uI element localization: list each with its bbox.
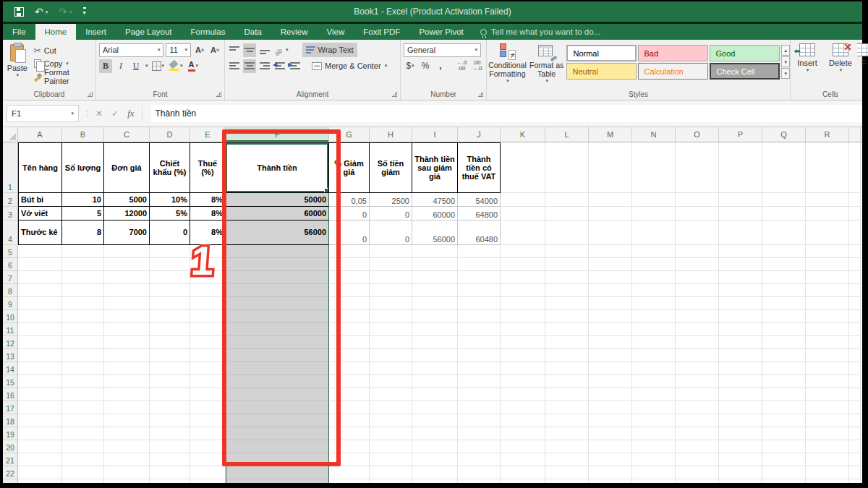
cell-I22[interactable]	[412, 466, 458, 479]
cell-H20[interactable]	[370, 440, 412, 453]
cell-R22[interactable]	[806, 466, 849, 479]
ribbon-tab-review[interactable]: Review	[271, 24, 318, 40]
cell-D12[interactable]	[150, 336, 190, 349]
cell-Q2[interactable]	[762, 193, 806, 207]
cell-C4[interactable]: 7000	[104, 221, 150, 245]
cell-D8[interactable]	[150, 284, 190, 297]
align-bottom-button[interactable]	[258, 43, 271, 57]
cell-x12[interactable]	[849, 336, 861, 349]
cell-M23[interactable]	[589, 479, 632, 483]
style-chip-calculation[interactable]: Calculation	[638, 63, 708, 80]
cell-E10[interactable]	[190, 310, 226, 323]
cell-A17[interactable]	[18, 401, 62, 414]
cell-C19[interactable]	[104, 427, 150, 440]
cell-P11[interactable]	[719, 323, 762, 336]
cell-x10[interactable]	[849, 310, 861, 323]
cell-O11[interactable]	[676, 323, 719, 336]
cell-O4[interactable]	[676, 221, 719, 245]
cell-K18[interactable]	[501, 414, 545, 427]
cell-F16[interactable]	[226, 388, 329, 401]
cell-D10[interactable]	[150, 310, 190, 323]
cell-Q17[interactable]	[762, 401, 806, 414]
cell-R18[interactable]	[806, 414, 849, 427]
column-header-G[interactable]: G	[329, 127, 370, 142]
fill-color-button[interactable]: ▾	[168, 59, 184, 73]
cell-D11[interactable]	[150, 323, 190, 336]
cell-R7[interactable]	[806, 271, 849, 284]
cell-H19[interactable]	[370, 427, 412, 440]
cell-I13[interactable]	[412, 349, 458, 362]
clipboard-dialog-launcher-icon[interactable]	[88, 92, 93, 97]
cell-Q11[interactable]	[762, 323, 806, 336]
cell-M17[interactable]	[589, 401, 632, 414]
cell-x15[interactable]	[849, 375, 861, 388]
column-header-F[interactable]: F	[226, 127, 329, 142]
cell-B16[interactable]	[62, 388, 104, 401]
cell-B8[interactable]	[62, 284, 104, 297]
cell-C15[interactable]	[104, 375, 150, 388]
cell-Q8[interactable]	[762, 284, 806, 297]
cell-H5[interactable]	[370, 245, 412, 258]
cell-D6[interactable]	[150, 258, 190, 271]
undo-button[interactable]: ↶▾	[35, 7, 48, 17]
cell-B22[interactable]	[62, 466, 104, 479]
cell-J9[interactable]	[458, 297, 501, 310]
comma-style-button[interactable]: ,	[434, 59, 447, 73]
cell-P13[interactable]	[719, 349, 762, 362]
cell-D15[interactable]	[150, 375, 190, 388]
cell-P14[interactable]	[719, 362, 762, 375]
cell-x19[interactable]	[849, 427, 861, 440]
cell-A13[interactable]	[18, 349, 62, 362]
cell-K4[interactable]	[501, 221, 545, 245]
cell-M2[interactable]	[589, 193, 632, 207]
decrease-indent-button[interactable]: ◀	[273, 59, 286, 73]
format-painter-button[interactable]: Format Painter	[32, 70, 95, 83]
cell-x1[interactable]	[849, 142, 861, 193]
cell-M8[interactable]	[589, 284, 632, 297]
row-header-7[interactable]: 7	[3, 271, 18, 284]
cell-G11[interactable]	[329, 323, 370, 336]
cell-D23[interactable]	[150, 479, 190, 483]
cell-O7[interactable]	[676, 271, 719, 284]
cell-A20[interactable]	[18, 440, 62, 453]
formula-input[interactable]: Thành tiền	[151, 105, 862, 122]
cell-x7[interactable]	[849, 271, 861, 284]
column-header-M[interactable]: M	[589, 127, 632, 142]
cell-F6[interactable]	[226, 258, 329, 271]
cell-R21[interactable]	[806, 453, 849, 466]
cell-I2[interactable]: 47500	[412, 193, 458, 207]
cell-B7[interactable]	[62, 271, 104, 284]
ribbon-tab-home[interactable]: Home	[35, 24, 77, 40]
cell-K9[interactable]	[501, 297, 545, 310]
align-middle-button[interactable]	[243, 43, 256, 57]
cell-E1[interactable]: Thuế (%)	[190, 142, 226, 193]
row-header-23[interactable]: 23	[3, 479, 18, 483]
font-dialog-launcher-icon[interactable]	[216, 92, 221, 97]
font-family-combo[interactable]: Arial▾	[99, 43, 163, 57]
cell-H11[interactable]	[370, 323, 412, 336]
cell-G20[interactable]	[329, 440, 370, 453]
align-center-button[interactable]	[243, 59, 256, 73]
cell-G10[interactable]	[329, 310, 370, 323]
cell-E12[interactable]	[190, 336, 226, 349]
cell-B10[interactable]	[62, 310, 104, 323]
cell-M13[interactable]	[589, 349, 632, 362]
cell-P23[interactable]	[719, 479, 762, 483]
row-header-10[interactable]: 10	[3, 310, 18, 323]
cell-Q1[interactable]	[762, 142, 806, 193]
cell-H15[interactable]	[370, 375, 412, 388]
cell-O13[interactable]	[676, 349, 719, 362]
cell-J19[interactable]	[458, 427, 501, 440]
cell-A16[interactable]	[18, 388, 62, 401]
cell-E7[interactable]	[190, 271, 226, 284]
cell-G15[interactable]	[329, 375, 370, 388]
cell-J1[interactable]: Thành tiền có thuế VAT	[458, 142, 501, 193]
cell-K3[interactable]	[501, 207, 545, 221]
cell-L14[interactable]	[545, 362, 589, 375]
cell-K7[interactable]	[501, 271, 545, 284]
cell-M14[interactable]	[589, 362, 632, 375]
cell-O12[interactable]	[676, 336, 719, 349]
cell-D3[interactable]: 5%	[150, 207, 190, 221]
cell-E22[interactable]	[190, 466, 226, 479]
cell-F9[interactable]	[226, 297, 329, 310]
